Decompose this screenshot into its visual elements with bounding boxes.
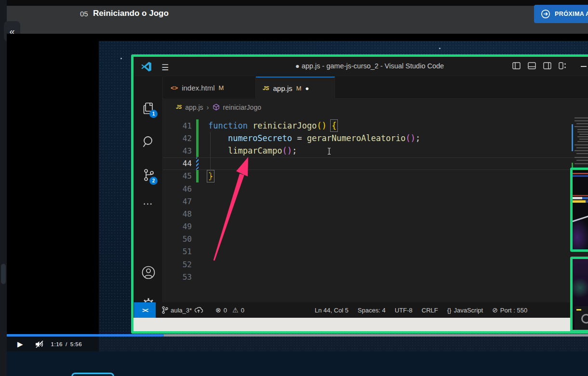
line-number: 53 (163, 272, 192, 282)
tab-label: app.js (273, 84, 292, 92)
code-line-51[interactable]: 51 (163, 246, 588, 258)
code-text: function reiniciarJogo() { (208, 121, 336, 130)
purple-glow (573, 170, 588, 249)
minimap-line (577, 136, 588, 137)
code-line-47[interactable]: 47 (163, 195, 588, 207)
port-blocked-icon: ⊘ (492, 306, 498, 314)
problems-status-item[interactable]: ⊗ 0 ⚠ 0 (215, 306, 244, 314)
chair-emblem (581, 314, 588, 324)
lesson-title: Reiniciando o Jogo (93, 9, 169, 18)
indentation-item[interactable]: Spaces: 4 (358, 307, 386, 314)
minimap-line (576, 123, 588, 124)
tab-index-html[interactable]: <> index.html M (164, 77, 256, 99)
left-scrollbar-thumb[interactable] (1, 264, 6, 284)
line-number: 47 (163, 197, 192, 206)
yellow-detail (576, 309, 581, 311)
code-line-43[interactable]: 43 limparCampo(); (163, 144, 588, 157)
unsaved-dot-icon[interactable]: ● (305, 85, 309, 92)
branch-status-item[interactable]: aula_3* (161, 306, 203, 314)
html-file-icon: <> (171, 84, 178, 91)
git-gutter-mark (196, 170, 199, 182)
error-count: 0 (224, 307, 227, 314)
activity-bar: 1 2 ⋯ (134, 77, 163, 302)
minimap-line (577, 141, 588, 142)
minimap-line (575, 120, 588, 121)
remote-icon: >< (142, 307, 147, 314)
warning-count: 0 (241, 307, 244, 314)
minimap[interactable] (573, 117, 588, 169)
symbol-function-cube-icon (213, 104, 220, 111)
minimap-line (575, 126, 588, 127)
vscode-window: ☰ ● app.js - game-js-curso_2 - Visual St… (131, 54, 588, 334)
eol-item[interactable]: CRLF (422, 307, 438, 314)
language-item[interactable]: {} JavaScript (447, 307, 483, 314)
breadcrumb-file[interactable]: app.js (185, 104, 203, 111)
gutter (196, 271, 199, 283)
breadcrumb-symbol[interactable]: reiniciarJogo (223, 104, 261, 111)
next-activity-button[interactable]: PRÓXIMA A (534, 5, 588, 23)
minimize-icon[interactable] (581, 66, 587, 67)
lesson-number: 05 (80, 10, 88, 18)
ellipsis-glyph: ⋯ (143, 198, 154, 209)
explorer-icon[interactable]: 1 (134, 102, 163, 116)
minimap-added-mark (572, 163, 573, 168)
minimap-line (575, 157, 588, 158)
code-line-50[interactable]: 50 (163, 233, 588, 246)
search-icon[interactable] (134, 135, 163, 149)
transcript-card-peek[interactable] (71, 373, 114, 376)
code-line-45[interactable]: 45} (163, 170, 588, 182)
toggle-secondary-sidebar-icon[interactable] (543, 62, 551, 69)
code-line-41[interactable]: 41function reiniciarJogo() { (163, 119, 588, 132)
minimap-line (575, 163, 588, 164)
braces-icon: {} (447, 307, 452, 314)
account-icon[interactable] (134, 265, 163, 280)
play-button[interactable]: ▶ (17, 340, 23, 349)
gutter (196, 220, 199, 233)
minimap-line (575, 117, 588, 118)
minimap-line (576, 153, 588, 154)
time-separator: / (66, 341, 67, 347)
minimap-line (576, 160, 588, 161)
gutter (196, 195, 199, 207)
indent-guide (210, 132, 211, 181)
minimap-line (575, 150, 588, 151)
code-line-52[interactable]: 52 (163, 258, 588, 271)
code-line-46[interactable]: 46 (163, 182, 588, 195)
left-scrollbar-track[interactable] (0, 0, 7, 376)
chevron-right-icon: › (207, 103, 209, 111)
gutter (196, 207, 199, 220)
sparkle-dot (439, 48, 441, 49)
page: 05 Reiniciando o Jogo PRÓXIMA A « ☰ ● ap… (0, 0, 588, 376)
source-control-icon[interactable]: 2 (134, 168, 163, 182)
port-label: Port : 550 (500, 307, 527, 314)
toggle-panel-icon[interactable] (528, 62, 536, 69)
toggle-primary-sidebar-icon[interactable] (512, 62, 521, 69)
code-line-44[interactable]: 44 (163, 157, 588, 170)
line-number: 41 (163, 121, 192, 130)
code-line-53[interactable]: 53 (163, 271, 588, 283)
code-text: numeroSecreto = gerarNumeroAleatorio(); (208, 133, 420, 143)
tab-app-js[interactable]: JS app.js M ● (256, 77, 335, 99)
gutter (196, 182, 199, 195)
error-icon: ⊗ (215, 306, 221, 314)
titlebar-layout-controls (512, 62, 567, 69)
line-number: 48 (163, 209, 192, 219)
line-number: 45 (163, 171, 192, 181)
code-line-42[interactable]: 42 numeroSecreto = gerarNumeroAleatorio(… (163, 132, 588, 144)
video-controls-bar: ▶ 1:16 / 5:56 (7, 337, 588, 351)
top-gap (7, 0, 588, 6)
muted-volume-icon[interactable] (35, 340, 44, 349)
publish-cloud-icon[interactable] (194, 307, 203, 313)
customize-layout-icon[interactable] (559, 62, 567, 69)
port-item[interactable]: ⊘ Port : 550 (492, 306, 527, 314)
sparkle-dot (120, 58, 122, 59)
vscode-logo-icon (141, 61, 152, 72)
more-actions-icon[interactable]: ⋯ (134, 198, 163, 209)
remote-indicator-button[interactable]: >< (134, 302, 156, 318)
code-editor[interactable]: 41function reiniciarJogo() {42 numeroSec… (163, 116, 588, 302)
code-line-49[interactable]: 49 (163, 220, 588, 233)
code-line-48[interactable]: 48 (163, 207, 588, 220)
code-text: limparCampo(); (208, 146, 297, 156)
cursor-position-item[interactable]: Ln 44, Col 5 (315, 307, 348, 314)
encoding-item[interactable]: UTF-8 (395, 307, 413, 314)
